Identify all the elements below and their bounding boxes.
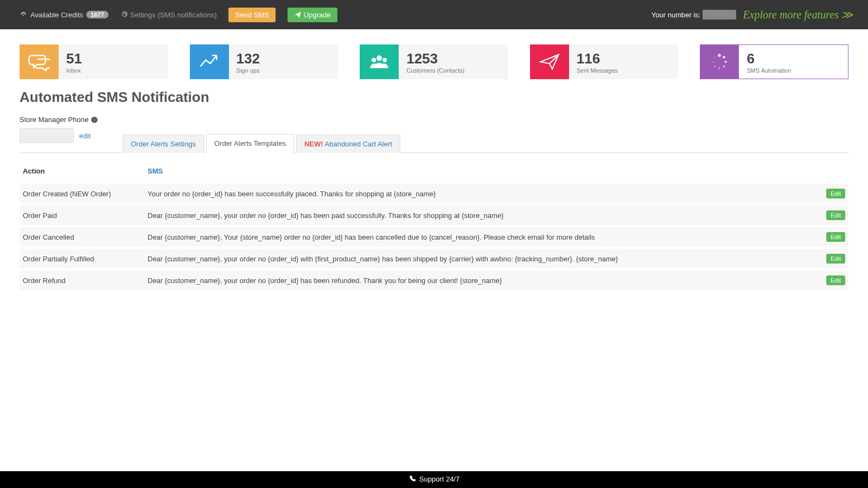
store-phone-input[interactable] (20, 128, 74, 143)
header-right: Your number is: Explore more features ≫ (652, 8, 853, 21)
available-credits[interactable]: Available Credits 1677 (20, 11, 108, 19)
new-tag: NEW! (304, 140, 323, 148)
edit-cell: Edit (816, 248, 848, 269)
send-icon (530, 44, 569, 79)
edit-button[interactable]: Edit (826, 189, 845, 198)
svg-point-5 (725, 61, 727, 63)
tab-abandoned-cart[interactable]: NEW! Abandoned Cart Alert (296, 134, 400, 153)
upgrade-button[interactable]: Upgrade (288, 8, 337, 22)
stat-inbox[interactable]: 51 Inbox (20, 44, 168, 79)
stat-value: 1253 (406, 50, 501, 67)
edit-cell: Edit (816, 226, 848, 248)
stat-value: 6 (746, 50, 840, 67)
col-sms[interactable]: SMS (144, 160, 816, 183)
action-cell: Order Refund (20, 269, 144, 291)
stat-value: 51 (66, 50, 161, 67)
col-edit (816, 160, 848, 183)
svg-point-0 (376, 55, 382, 61)
store-phone-row: edit (20, 128, 91, 146)
action-cell: Order Created (NEW Order) (20, 183, 144, 204)
credits-label: Available Credits (30, 11, 83, 19)
table-row: Order PaidDear {customer_name}, your ord… (20, 204, 848, 226)
edit-phone-link[interactable]: edit (79, 132, 91, 140)
explore-more-link[interactable]: Explore more features ≫ (743, 8, 853, 21)
action-cell: Order Cancelled (20, 226, 144, 248)
stat-body: 1253 Customers (Contacts) (399, 44, 508, 79)
tab-order-alerts-templates[interactable]: Order Alerts Templates (206, 134, 294, 153)
main-content: Automated SMS Notification Store Manager… (0, 89, 868, 309)
your-number-value (703, 10, 736, 20)
stat-value: 132 (237, 50, 331, 67)
stat-value: 116 (577, 50, 671, 67)
sms-cell: Dear {customer_name}, Your {store_name} … (144, 226, 816, 248)
tab-order-alerts-settings[interactable]: Order Alerts Settings (123, 134, 204, 153)
sms-cell: Dear {customer_name}, your order no {ord… (144, 204, 816, 226)
info-icon[interactable]: i (91, 116, 98, 124)
upgrade-label: Upgrade (304, 11, 331, 19)
stat-signups[interactable]: 132 Sign ups (190, 44, 339, 79)
svg-point-7 (719, 67, 720, 69)
spinner-icon (700, 44, 739, 79)
stat-automation[interactable]: 6 SMS Automation (700, 44, 848, 79)
edit-cell: Edit (816, 204, 848, 226)
action-cell: Order Paid (20, 204, 144, 226)
chart-icon (190, 44, 229, 79)
sms-cell: Your order no {order_id} has been succes… (144, 183, 816, 204)
action-cell: Order Partially Fulfilled (20, 248, 144, 269)
settings-label: Settings (SMS notifications) (130, 11, 217, 19)
svg-point-10 (714, 56, 716, 57)
svg-point-3 (718, 54, 721, 57)
svg-point-9 (712, 61, 714, 63)
stat-label: Inbox (66, 67, 161, 74)
svg-point-6 (723, 66, 725, 68)
svg-point-4 (723, 56, 725, 58)
sms-cell: Dear {customer_name}, your order no {ord… (144, 248, 816, 269)
store-phone-label: Store Manager Phone i (20, 115, 848, 124)
credits-badge: 1677 (86, 11, 108, 18)
stat-label: SMS Automation (746, 67, 840, 74)
edit-button[interactable]: Edit (826, 210, 845, 220)
dashboard-icon (20, 11, 27, 18)
stat-sent[interactable]: 116 Sent Messages (530, 44, 679, 79)
page-title: Automated SMS Notification (20, 89, 848, 106)
stat-body: 51 Inbox (59, 44, 168, 79)
settings-link[interactable]: Settings (SMS notifications) (120, 11, 217, 19)
edit-cell: Edit (816, 183, 848, 204)
stat-body: 132 Sign ups (229, 44, 339, 79)
table-row: Order Partially FulfilledDear {customer_… (20, 248, 848, 269)
edit-button[interactable]: Edit (826, 254, 845, 264)
svg-point-1 (372, 58, 376, 62)
your-number: Your number is: (652, 10, 737, 20)
edit-button[interactable]: Edit (826, 275, 845, 285)
send-sms-button[interactable]: Send SMS (228, 8, 275, 22)
store-phone-text: Store Manager Phone (20, 115, 88, 124)
users-icon (360, 44, 399, 79)
stats-row: 51 Inbox 132 Sign ups 1253 Customers (Co… (0, 29, 868, 89)
edit-cell: Edit (816, 269, 848, 291)
col-action: Action (20, 160, 144, 183)
svg-point-8 (714, 66, 716, 67)
templates-table: Action SMS Order Created (NEW Order)Your… (20, 160, 848, 292)
plane-icon (294, 11, 302, 18)
chat-icon (20, 44, 59, 79)
stat-label: Customers (Contacts) (406, 67, 501, 74)
stat-label: Sent Messages (577, 67, 671, 74)
stat-label: Sign ups (237, 67, 331, 74)
tabs-bar: Order Alerts Settings Order Alerts Templ… (20, 133, 848, 153)
table-row: Order CancelledDear {customer_name}, You… (20, 226, 848, 248)
edit-button[interactable]: Edit (826, 232, 845, 242)
your-number-label: Your number is: (652, 11, 701, 19)
svg-point-2 (382, 58, 387, 62)
header-left: Available Credits 1677 Settings (SMS not… (20, 8, 337, 22)
sms-cell: Dear {customer_name}, your order no {ord… (144, 269, 816, 291)
table-row: Order RefundDear {customer_name}, your o… (20, 269, 848, 291)
table-row: Order Created (NEW Order)Your order no {… (20, 183, 848, 204)
stat-body: 116 Sent Messages (569, 44, 679, 79)
abandoned-label: Abandoned Cart Alert (325, 140, 392, 148)
stat-body: 6 SMS Automation (739, 44, 848, 79)
gear-icon (120, 11, 128, 18)
header-bar: Available Credits 1677 Settings (SMS not… (0, 0, 868, 29)
stat-customers[interactable]: 1253 Customers (Contacts) (360, 44, 508, 79)
